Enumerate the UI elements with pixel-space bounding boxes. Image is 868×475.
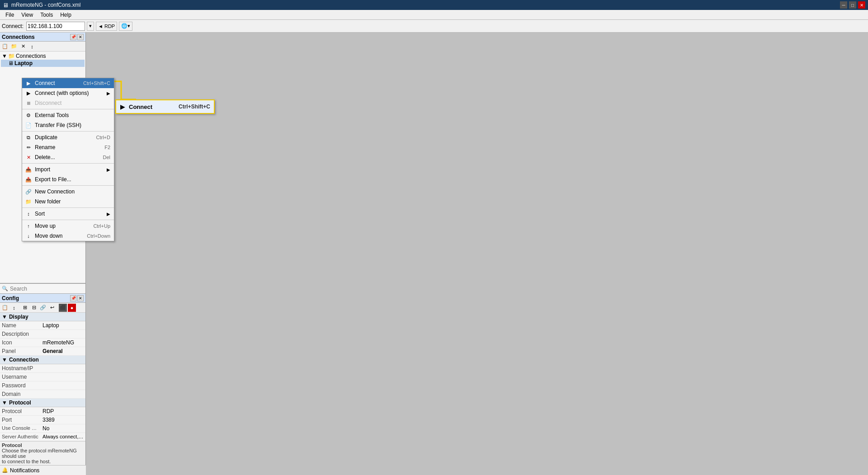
rdp-button[interactable]: ◄ RDP <box>96 22 117 31</box>
config-tb-red[interactable]: ● <box>68 304 76 312</box>
ctx-move-down[interactable]: ↓ Move down Ctrl+Down <box>22 231 114 241</box>
ctx-import-label: Import <box>35 166 50 173</box>
delete-btn[interactable]: ✕ <box>19 42 27 51</box>
config-label-panel: Panel <box>0 347 41 355</box>
maximize-button[interactable]: □ <box>849 1 856 9</box>
config-label-description: Description <box>0 330 41 338</box>
ctx-import[interactable]: 📥 Import ▶ <box>22 165 114 174</box>
submenu-connect-item[interactable]: ▶ Connect Ctrl+Shift+C <box>116 100 214 113</box>
config-tb-2[interactable]: ↕ <box>10 304 18 312</box>
ctx-new-folder-label: New folder <box>35 198 61 205</box>
tree-item-label: Laptop <box>14 60 33 66</box>
ctx-import-arrow: ▶ <box>107 167 110 172</box>
config-title: Config <box>2 295 19 301</box>
connect-input[interactable] <box>26 22 85 31</box>
config-section-protocol[interactable]: ▼ Protocol <box>0 399 85 407</box>
connections-header-left: Connections <box>2 34 35 40</box>
app-icon: 🖥 <box>3 2 9 9</box>
ctx-new-connection-label: New Connection <box>35 188 75 195</box>
connections-title: Connections <box>2 34 35 40</box>
ctx-move-up[interactable]: ↑ Move up Ctrl+Up <box>22 221 114 231</box>
config-row-password: Password <box>0 381 85 390</box>
ctx-connect-shortcut: Ctrl+Shift+C <box>83 80 110 86</box>
ctx-external-tools[interactable]: ⚙ External Tools <box>22 110 114 120</box>
ctx-sort[interactable]: ↕ Sort ▶ <box>22 209 114 219</box>
config-section-connection[interactable]: ▼ Connection <box>0 356 85 364</box>
sort-btn[interactable]: ↕ <box>28 42 36 51</box>
toolbar: Connect: ▾ ◄ RDP 🌐▾ <box>0 20 868 33</box>
connections-close-button[interactable]: ✕ <box>77 34 84 40</box>
ctx-move-down-shortcut: Ctrl+Down <box>87 233 110 239</box>
pin-button[interactable]: 📌 <box>70 34 76 40</box>
menu-file[interactable]: File <box>2 11 18 19</box>
ctx-export[interactable]: 📤 Export to File... <box>22 174 114 184</box>
config-label-protocol: Protocol <box>0 407 41 415</box>
config-value-port: 3389 <box>41 416 85 424</box>
config-value-icon: mRemoteNG <box>41 339 85 347</box>
new-connection-btn[interactable]: 📋 <box>1 42 9 51</box>
ctx-duplicate[interactable]: ⧉ Duplicate Ctrl+D <box>22 132 114 142</box>
minimize-button[interactable]: ─ <box>840 1 847 9</box>
config-row-port: Port 3389 <box>0 416 85 424</box>
search-bar: 🔍 <box>0 283 85 293</box>
config-tb-3[interactable]: ⊞ <box>21 304 29 312</box>
config-tb-record[interactable]: ⬛ <box>59 304 67 312</box>
notifications-label: Notifications <box>10 467 39 474</box>
globe-button[interactable]: 🌐▾ <box>119 22 132 31</box>
ctx-disconnect-label: Disconnect <box>35 100 61 106</box>
config-pin-button[interactable]: 📌 <box>70 295 76 301</box>
menu-help[interactable]: Help <box>57 11 75 19</box>
config-tb-5[interactable]: 🔗 <box>39 304 47 312</box>
ctx-rename-label: Rename <box>35 144 55 150</box>
ctx-new-connection-icon: 🔗 <box>25 188 32 195</box>
ctx-rename[interactable]: ✏ Rename F2 <box>22 142 114 152</box>
ctx-transfer-file-label: Transfer File (SSH) <box>35 122 81 128</box>
ctx-delete[interactable]: ✕ Delete... Del <box>22 152 114 162</box>
ctx-transfer-file[interactable]: 📄 Transfer File (SSH) <box>22 120 114 130</box>
ctx-sep3 <box>22 163 114 164</box>
notifications-bar[interactable]: 🔔 Notifications <box>0 465 86 475</box>
ctx-duplicate-icon: ⧉ <box>25 134 32 141</box>
title-bar-left: 🖥 mRemoteNG - confCons.xml <box>3 2 80 9</box>
ctx-new-folder[interactable]: 📁 New folder <box>22 197 114 207</box>
ctx-disconnect[interactable]: ⏹ Disconnect <box>22 98 114 108</box>
ctx-delete-icon: ✕ <box>25 154 32 161</box>
connect-dropdown-button[interactable]: ▾ <box>87 22 94 31</box>
menu-tools[interactable]: Tools <box>37 11 57 19</box>
tree-root-connections[interactable]: ▼ 📁 Connections <box>1 52 85 60</box>
ctx-connect-options[interactable]: ▶ Connect (with options) ▶ <box>22 88 114 98</box>
search-input[interactable] <box>10 285 84 293</box>
ctx-new-connection[interactable]: 🔗 New Connection <box>22 187 114 197</box>
context-menu: ▶ Connect Ctrl+Shift+C ▶ Connect (with o… <box>22 78 114 241</box>
ctx-export-icon: 📤 <box>25 176 32 183</box>
config-tb-1[interactable]: 📋 <box>1 304 9 312</box>
tree-root-label: Connections <box>16 53 46 59</box>
ctx-move-up-shortcut: Ctrl+Up <box>93 223 110 229</box>
ctx-new-folder-icon: 📁 <box>25 198 32 205</box>
ctx-rename-icon: ✏ <box>25 144 32 151</box>
close-button[interactable]: ✕ <box>858 1 865 9</box>
config-label-hostname: Hostname/IP <box>0 364 41 372</box>
new-folder-btn[interactable]: 📁 <box>10 42 18 51</box>
config-label-domain: Domain <box>0 390 41 398</box>
tree-expand-icon: ▼ <box>2 53 7 59</box>
tree-item-laptop[interactable]: 🖥 Laptop <box>1 60 85 67</box>
config-header: Config 📌 ✕ <box>0 294 85 303</box>
config-tb-6[interactable]: ↩ <box>48 304 56 312</box>
config-value-console: No <box>41 424 85 433</box>
config-value-hostname <box>41 364 85 372</box>
ctx-sep5 <box>22 207 114 208</box>
ctx-import-icon: 📥 <box>25 166 32 173</box>
config-close-button[interactable]: ✕ <box>77 295 84 301</box>
ctx-sep4 <box>22 185 114 186</box>
config-row-domain: Domain <box>0 390 85 399</box>
ctx-external-tools-label: External Tools <box>35 112 69 118</box>
ctx-connect[interactable]: ▶ Connect Ctrl+Shift+C <box>22 78 114 88</box>
config-section-display[interactable]: ▼ Display <box>0 313 85 321</box>
config-row-server-auth: Server Authentic Always connect, eve <box>0 433 85 441</box>
config-tb-4[interactable]: ⊟ <box>30 304 38 312</box>
folder-icon: 📁 <box>8 53 15 59</box>
menu-view[interactable]: View <box>18 11 37 19</box>
config-label-console: Use Console Ses <box>0 424 41 433</box>
config-value-name: Laptop <box>41 321 85 329</box>
